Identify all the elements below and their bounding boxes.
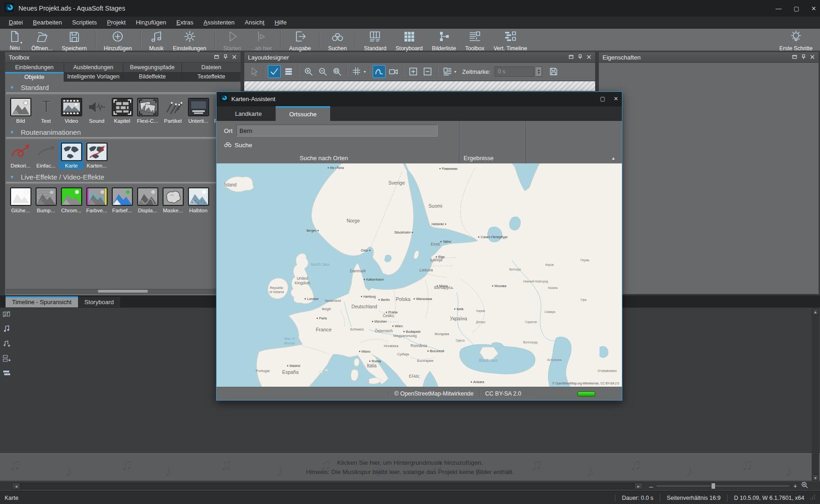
toolbox-item-farbve[interactable]: Farbve...: [84, 186, 109, 214]
zoom-in-icon[interactable]: [302, 65, 315, 78]
save-layout-icon[interactable]: [547, 65, 560, 78]
layer-list-icon[interactable]: [282, 65, 295, 78]
toolbox-tab-bildeffekte[interactable]: Bildeffekte: [123, 72, 182, 82]
menu-scriptlets[interactable]: Scriptlets: [67, 18, 102, 27]
toolbox-item-flexic[interactable]: Flexi-C...: [135, 96, 160, 125]
panel-maximize-icon[interactable]: [792, 54, 797, 61]
dropdown-caret-icon[interactable]: ▾: [20, 41, 22, 45]
section-collapse-icon[interactable]: ▼: [10, 130, 14, 135]
toolbox-tab-einblendungen[interactable]: Einblendungen: [5, 63, 64, 72]
zeitmarke-spinner[interactable]: ▲▼: [536, 66, 542, 77]
toolbox-tab-bewegungspfade[interactable]: Bewegungspfade: [123, 63, 182, 72]
toolbox-item-kapitel[interactable]: Kapitel: [109, 96, 135, 125]
dialog-close-button[interactable]: ✕: [614, 96, 618, 102]
add-track-icon[interactable]: [3, 354, 11, 364]
toolbox-item-einfac[interactable]: Einfac...: [33, 141, 59, 169]
menu-hilfe[interactable]: Hilfe: [270, 18, 292, 27]
toolbox-item-bump[interactable]: Bump...: [33, 186, 59, 214]
panel-maximize-icon[interactable]: [214, 54, 219, 61]
toolbox-item-partikel[interactable]: Partikel: [160, 96, 186, 125]
panel-pin-icon[interactable]: [801, 54, 806, 61]
toolbox-item-displa[interactable]: Displa...: [135, 186, 160, 214]
dialog-maximize-button[interactable]: ▢: [600, 96, 605, 102]
toolbar-button-verttimeline[interactable]: Vert. Timeline: [489, 29, 532, 50]
timeline-zoom-handle[interactable]: [711, 483, 716, 489]
menu-projekt[interactable]: Projekt: [102, 18, 131, 27]
column-header-suche-nach-orten[interactable]: Suche nach Orten: [300, 155, 348, 162]
razor-track-icon[interactable]: [3, 310, 11, 320]
music-track[interactable]: ♫♪♫♪♫♪♫♪♫♪♫♪♫♪♫♪ Klicken Sie hier, um Hi…: [0, 453, 820, 481]
timeline-vscrollbar[interactable]: ▴ ▾: [812, 308, 819, 481]
toolbox-item-karten[interactable]: Karten...: [84, 141, 109, 169]
toolbar-button-toolbox[interactable]: Toolbox: [461, 29, 489, 50]
timeline-zoom-slider[interactable]: [657, 486, 790, 486]
zoom-fit-icon[interactable]: [801, 481, 808, 491]
column-header-ergebnisse[interactable]: Ergebnisse: [464, 155, 494, 162]
toolbar-button-storyboard[interactable]: Storyboard: [391, 29, 428, 50]
toolbox-hscrollbar[interactable]: [6, 289, 241, 294]
toolbar-button-bilderliste[interactable]: Bilderliste: [428, 29, 461, 50]
toolbar-button-einstellungen[interactable]: Einstellungen: [169, 29, 211, 50]
section-collapse-icon[interactable]: ▼: [10, 85, 14, 90]
maximize-button[interactable]: ▢: [794, 5, 799, 12]
motion-curve-icon[interactable]: [373, 65, 386, 78]
toolbox-item-farbef[interactable]: Farbef...: [109, 186, 135, 214]
camera-view-icon[interactable]: [387, 65, 400, 78]
toolbox-tab-objekte[interactable]: Objekte: [5, 72, 64, 82]
close-button[interactable]: ✕: [811, 5, 816, 12]
toolbox-tab-texteffekte[interactable]: Texteffekte: [182, 72, 241, 82]
scroll-right-icon[interactable]: ▸: [634, 483, 643, 489]
toolbar-button-oeffnen[interactable]: Öffnen...: [27, 29, 57, 50]
section-collapse-icon[interactable]: ▼: [10, 174, 14, 180]
toolbox-item-chrom[interactable]: Chrom...: [59, 186, 84, 214]
panel-maximize-icon[interactable]: [568, 54, 574, 61]
zoom-fit-icon[interactable]: [331, 65, 344, 78]
zoom-out-icon[interactable]: [316, 65, 329, 78]
ort-input[interactable]: Bern: [236, 125, 438, 137]
panel-pin-icon[interactable]: [578, 54, 583, 61]
toolbar-button-neu[interactable]: ▾Neu: [3, 29, 27, 50]
toolbox-tab-intelligente-vorlagen[interactable]: Intelligente Vorlagen: [64, 72, 123, 82]
timeline-hscrollbar[interactable]: ◂ ▸ – +: [0, 482, 820, 490]
scrollbar-track[interactable]: [20, 483, 634, 489]
toolbar-button-standard[interactable]: Standard: [359, 29, 391, 50]
keyframe-check-icon[interactable]: [268, 65, 281, 78]
toolbox-item-halbton[interactable]: Halbton: [186, 186, 211, 214]
toolbar-button-suchen[interactable]: Suchen: [323, 29, 351, 50]
scrollbar-thumb[interactable]: [98, 290, 148, 293]
note-insert-icon[interactable]: [3, 340, 11, 349]
toolbox-item-unterti[interactable]: Unterti...: [186, 96, 211, 125]
scroll-up-icon[interactable]: ▴: [812, 308, 819, 315]
menu-bearbeiten[interactable]: Bearbeiten: [28, 18, 67, 27]
menu-extras[interactable]: Extras: [171, 18, 199, 27]
menu-datei[interactable]: Datei: [4, 18, 28, 27]
toolbar-button-ausgabe[interactable]: Ausgabe: [284, 29, 315, 50]
timeline-tab-storyboard[interactable]: Storyboard: [78, 297, 121, 307]
menu-ansicht[interactable]: Ansicht: [240, 18, 270, 27]
select-tool-icon[interactable]: [248, 65, 261, 78]
grid-icon[interactable]: [350, 65, 363, 78]
menu-assistenten[interactable]: Assistenten: [199, 18, 240, 27]
toolbox-item-video[interactable]: Video: [59, 96, 84, 125]
toolbox-item-karte[interactable]: Karte: [59, 141, 84, 169]
zeitmarke-input[interactable]: 0 s: [494, 66, 534, 77]
timeline-zoom-out-icon[interactable]: –: [649, 482, 653, 490]
panel-close-icon[interactable]: [232, 54, 237, 61]
dialog-tab-ortssuche[interactable]: Ortssuche: [276, 106, 330, 121]
toolbox-item-maske[interactable]: Maske...: [160, 186, 186, 214]
scroll-down-icon[interactable]: ▾: [812, 474, 819, 481]
timeline-tab-timeline-spuransicht[interactable]: Timeline - Spuransicht: [6, 296, 78, 307]
toolbox-item-sound[interactable]: Sound: [84, 96, 109, 125]
suche-button[interactable]: Suche: [224, 141, 252, 149]
add-box-icon[interactable]: [407, 65, 420, 78]
toolbox-item-glühe[interactable]: Glühe...: [8, 186, 33, 214]
menu-hinzufgen[interactable]: Hinzufügen: [131, 18, 171, 27]
map-view[interactable]: IslandNorgeSverigeSuomiEestiLatvijaLietu…: [217, 163, 622, 387]
toolbox-item-text[interactable]: TText: [33, 96, 59, 125]
scroll-left-icon[interactable]: ◂: [12, 483, 20, 489]
toolbar-button-hinzufuegen[interactable]: Hinzufügen: [99, 29, 137, 50]
toolbox-item-dekori[interactable]: Dekori...: [8, 141, 33, 169]
resize-grip[interactable]: [810, 494, 815, 501]
music-note-icon[interactable]: [3, 325, 11, 335]
toolbar-button-speichern[interactable]: Speichern: [57, 29, 91, 50]
